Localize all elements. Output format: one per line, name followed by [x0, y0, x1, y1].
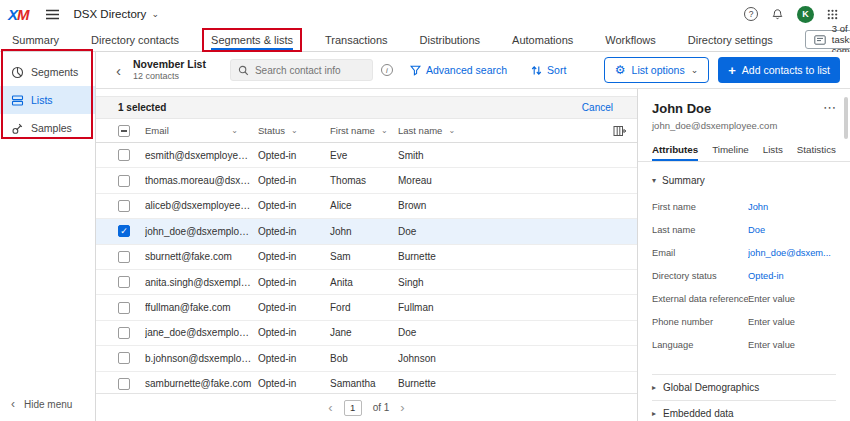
cell-status: Opted-in [258, 251, 330, 262]
sidebar-item-samples[interactable]: Samples [0, 114, 95, 142]
table-row[interactable]: ffullman@fake.com Opted-in Ford Fullman [96, 295, 637, 320]
nav-tab[interactable]: Transactions [325, 28, 388, 51]
list-options-button[interactable]: ⚙ List options ⌄ [604, 57, 709, 83]
attribute-value[interactable]: john_doe@dsxem... [748, 248, 836, 258]
row-checkbox-cell [96, 251, 145, 263]
cell-first-name: Alice [330, 200, 398, 211]
select-all-checkbox[interactable] [96, 125, 145, 137]
list-contact-count: 12 contacts [133, 71, 206, 82]
row-checkbox[interactable] [118, 327, 130, 339]
attribute-value[interactable]: Opted-in [748, 271, 836, 281]
topbar-actions: ? K [744, 6, 838, 23]
samples-icon [11, 122, 24, 135]
sort-arrows-icon [531, 65, 542, 76]
column-header-email[interactable]: Email ⌄ [145, 125, 258, 136]
table-row[interactable]: anita.singh@dsxemployee... Opted-in Anit… [96, 270, 637, 295]
row-checkbox[interactable] [118, 251, 130, 263]
table-row[interactable]: sburnett@fake.com Opted-in Sam Burnette [96, 245, 637, 270]
column-header-status[interactable]: Status ⌄ [258, 125, 330, 136]
attribute-value[interactable]: Enter value [748, 340, 836, 350]
info-icon[interactable]: i [381, 64, 393, 76]
cell-first-name: Eve [330, 150, 398, 161]
attribute-label: Phone number [652, 317, 748, 327]
table-row[interactable]: aliceb@dsxemployee.com Opted-in Alice Br… [96, 194, 637, 219]
nav-tab[interactable]: Directory settings [688, 28, 773, 51]
directory-selector[interactable]: DSX Directory ⌄ [74, 8, 159, 20]
gear-icon: ⚙ [615, 64, 626, 76]
row-checkbox[interactable] [118, 149, 130, 161]
notifications-bell-icon[interactable] [771, 8, 784, 21]
chevron-down-icon: ⌄ [381, 126, 388, 135]
row-checkbox[interactable] [118, 276, 130, 288]
selection-bar: 1 selected Cancel [96, 96, 637, 119]
top-bar: XM DSX Directory ⌄ ? K [0, 0, 850, 28]
prev-page-icon[interactable]: ‹ [328, 401, 332, 414]
cell-email: b.johnson@dsxemployee.... [145, 353, 258, 364]
current-page[interactable]: 1 [344, 400, 362, 416]
scrollbar-thumb[interactable] [844, 97, 848, 139]
nav-tabs: Summary Directory contacts Segments & li… [12, 28, 805, 51]
apps-grid-icon[interactable] [827, 9, 838, 20]
row-checkbox[interactable] [118, 200, 130, 212]
manage-columns-icon[interactable] [613, 125, 627, 137]
sort-button[interactable]: Sort [531, 64, 566, 76]
cell-email: jane_doe@dsxemployee.... [145, 327, 258, 338]
cell-status: Opted-in [258, 150, 330, 161]
chevron-down-icon: ⌄ [151, 10, 159, 19]
sidebar-item-lists[interactable]: Lists [0, 86, 95, 114]
row-checkbox[interactable] [118, 175, 130, 187]
xm-logo: XM [8, 6, 29, 23]
sidebar-item-segments[interactable]: Segments [0, 58, 95, 86]
search-box[interactable] [230, 59, 373, 81]
tasks-badge[interactable]: 3 of 3 tasks completed [805, 30, 850, 49]
nav-tab[interactable]: Distributions [420, 28, 481, 51]
row-checkbox[interactable] [118, 225, 130, 237]
table-row[interactable]: esmith@dsxemployee.com Opted-in Eve Smit… [96, 143, 637, 168]
summary-section-header[interactable]: ▾ Summary [652, 175, 836, 186]
nav-tab[interactable]: Summary [12, 28, 59, 51]
cancel-selection-link[interactable]: Cancel [582, 102, 613, 113]
nav-tab[interactable]: Automations [512, 28, 573, 51]
pagination: ‹ 1 of 1 › [96, 393, 637, 421]
back-chevron-icon[interactable]: ‹ [116, 63, 121, 78]
collapsed-section-row[interactable]: ▸ Global Demographics [652, 374, 836, 400]
row-checkbox[interactable] [118, 352, 130, 364]
attribute-value[interactable]: Doe [748, 225, 836, 235]
table-row[interactable]: samburnette@fake.com Opted-in Samantha B… [96, 372, 637, 393]
detail-tab[interactable]: Statistics [797, 144, 836, 161]
table-row[interactable]: b.johnson@dsxemployee.... Opted-in Bob J… [96, 346, 637, 371]
hamburger-menu-icon[interactable] [45, 9, 60, 20]
row-checkbox[interactable] [118, 302, 130, 314]
detail-tab[interactable]: Timeline [712, 144, 749, 161]
cell-first-name: Ford [330, 302, 398, 313]
attribute-label: Last name [652, 225, 748, 235]
attribute-value[interactable]: John [748, 202, 836, 212]
attribute-value[interactable]: Enter value [748, 294, 836, 304]
next-page-icon[interactable]: › [400, 401, 404, 414]
collapsed-section-row[interactable]: ▸ Embedded data [652, 400, 836, 421]
avatar[interactable]: K [797, 6, 814, 23]
help-icon[interactable]: ? [744, 7, 758, 21]
detail-tab[interactable]: Lists [763, 144, 783, 161]
table-row[interactable]: john_doe@dsxemployee.... Opted-in John D… [96, 219, 637, 244]
nav-tab[interactable]: Segments & lists [211, 28, 293, 51]
detail-tab[interactable]: Attributes [652, 144, 698, 161]
column-label: Last name [398, 125, 442, 136]
advanced-search-button[interactable]: Advanced search [410, 64, 507, 76]
search-input[interactable] [255, 65, 365, 76]
contact-detail-content: John Doe ⋯ john_doe@dsxemployee.com Attr… [638, 89, 850, 421]
hide-menu-button[interactable]: ‹ Hide menu [11, 398, 72, 410]
nav-tab[interactable]: Directory contacts [91, 28, 179, 51]
row-checkbox[interactable] [118, 378, 130, 390]
column-header-first-name[interactable]: First name ⌄ [330, 125, 398, 136]
page-count-label: of 1 [373, 402, 390, 413]
nav-tab[interactable]: Workflows [605, 28, 656, 51]
attribute-value[interactable]: Enter value [748, 317, 836, 327]
contact-detail-panel: John Doe ⋯ john_doe@dsxemployee.com Attr… [637, 89, 850, 421]
add-contacts-button[interactable]: + Add contacts to list [718, 57, 840, 83]
table-row[interactable]: jane_doe@dsxemployee.... Opted-in Jane D… [96, 321, 637, 346]
more-options-icon[interactable]: ⋯ [823, 101, 836, 114]
table-row[interactable]: thomas.moreau@dsxempl... Opted-in Thomas… [96, 168, 637, 193]
xm-logo-m: M [17, 6, 29, 23]
column-header-last-name[interactable]: Last name ⌄ [398, 125, 637, 136]
